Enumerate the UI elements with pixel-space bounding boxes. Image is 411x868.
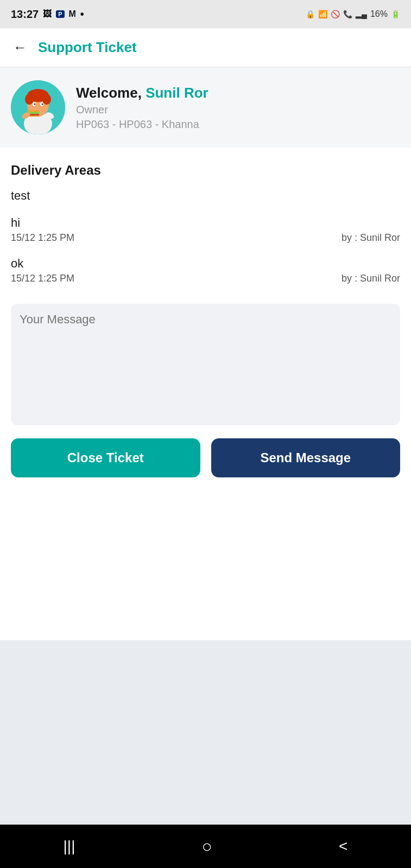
chat-by-2: by : Sunil Ror bbox=[342, 273, 400, 284]
send-message-button[interactable]: Send Message bbox=[211, 438, 401, 477]
status-dot: • bbox=[80, 8, 84, 21]
user-name: Sunil Ror bbox=[146, 85, 208, 101]
chat-meta-2: 15/12 1:25 PM by : Sunil Ror bbox=[11, 273, 400, 284]
status-time: 13:27 bbox=[11, 8, 39, 21]
status-battery-text: 16% bbox=[370, 9, 388, 19]
close-ticket-button[interactable]: Close Ticket bbox=[11, 438, 200, 477]
profile-info: Welcome, Sunil Ror Owner HP063 - HP063 -… bbox=[76, 85, 208, 131]
status-icon-paytm: P bbox=[56, 10, 64, 18]
status-right-icons: 🔒 📶 🚫 📞 ▂▄ 16% 🔋 bbox=[306, 9, 400, 19]
chat-meta-1: 15/12 1:25 PM by : Sunil Ror bbox=[11, 232, 400, 244]
bottom-space bbox=[0, 640, 411, 825]
welcome-greeting: Welcome, Sunil Ror bbox=[76, 85, 208, 101]
svg-point-4 bbox=[25, 94, 34, 105]
chat-text-1: hi bbox=[11, 216, 400, 230]
message-input-container[interactable] bbox=[11, 304, 400, 425]
profile-section: Welcome, Sunil Ror Owner HP063 - HP063 -… bbox=[0, 67, 411, 148]
status-icon-security: 🔒 bbox=[306, 10, 315, 18]
nav-back[interactable]: < bbox=[339, 838, 347, 855]
svg-point-8 bbox=[34, 104, 36, 105]
status-bar: 13:27 🖼 P M • 🔒 📶 🚫 📞 ▂▄ 16% 🔋 bbox=[0, 0, 411, 28]
chat-message-2: ok 15/12 1:25 PM by : Sunil Ror bbox=[11, 257, 400, 284]
nav-bar: ||| ○ < bbox=[0, 825, 411, 868]
ticket-section-title: Delivery Areas bbox=[11, 163, 400, 178]
ticket-subject: test bbox=[11, 189, 400, 203]
chat-text-2: ok bbox=[11, 257, 400, 271]
chat-by-1: by : Sunil Ror bbox=[342, 232, 400, 244]
status-icon-wifi: 📶 bbox=[318, 10, 327, 18]
back-button[interactable]: ← bbox=[11, 37, 29, 58]
action-buttons: Close Ticket Send Message bbox=[11, 438, 400, 477]
avatar bbox=[11, 80, 65, 135]
page-title: Support Ticket bbox=[38, 39, 137, 56]
status-icon-no-call: 🚫 bbox=[331, 10, 340, 18]
status-icon-gmail: M bbox=[69, 9, 76, 19]
svg-point-5 bbox=[42, 94, 51, 105]
status-battery-icon: 🔋 bbox=[391, 10, 400, 18]
status-icon-call: 📞 bbox=[343, 10, 352, 18]
status-time-group: 13:27 🖼 P M • bbox=[11, 8, 84, 21]
welcome-prefix: Welcome, bbox=[76, 85, 146, 101]
chat-time-2: 15/12 1:25 PM bbox=[11, 273, 74, 284]
status-icon-photo: 🖼 bbox=[43, 9, 52, 19]
user-role: Owner bbox=[76, 104, 208, 116]
status-signal-bars: ▂▄ bbox=[356, 10, 367, 18]
user-location: HP063 - HP063 - Khanna bbox=[76, 118, 208, 131]
nav-home[interactable]: ○ bbox=[202, 837, 212, 857]
main-content: Delivery Areas test hi 15/12 1:25 PM by … bbox=[0, 148, 411, 640]
chat-message-1: hi 15/12 1:25 PM by : Sunil Ror bbox=[11, 216, 400, 244]
svg-point-9 bbox=[42, 104, 43, 105]
nav-recent-apps[interactable]: ||| bbox=[64, 838, 75, 855]
header: ← Support Ticket bbox=[0, 28, 411, 67]
chat-time-1: 15/12 1:25 PM bbox=[11, 232, 74, 244]
message-input[interactable] bbox=[20, 312, 391, 414]
